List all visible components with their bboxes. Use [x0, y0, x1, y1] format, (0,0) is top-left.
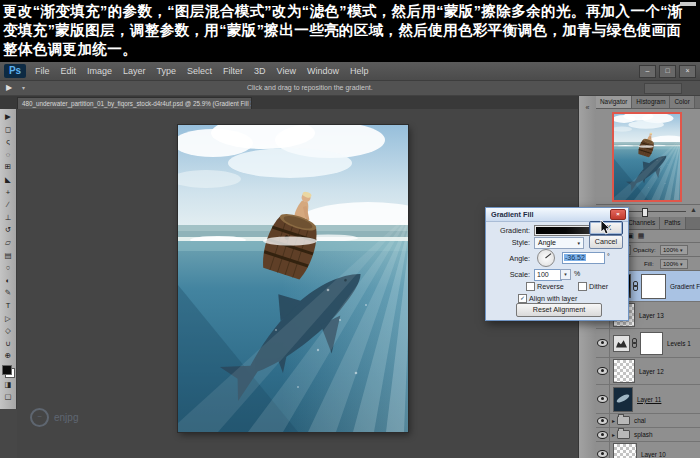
group-row-chal[interactable]: ▸ chal: [596, 414, 700, 428]
cancel-button[interactable]: Cancel: [589, 235, 623, 249]
visibility-toggle[interactable]: [596, 428, 610, 441]
menu-items: FileEditImageLayerTypeSelectFilter3DView…: [35, 66, 380, 76]
menu-view[interactable]: View: [277, 66, 296, 76]
layer-row-layer-11[interactable]: Layer 11: [596, 385, 700, 414]
group-row-splash[interactable]: ▸ splash: [596, 428, 700, 442]
dither-label[interactable]: Dither: [589, 282, 608, 291]
opacity-value[interactable]: 100% ▾: [660, 245, 688, 255]
brush-tool-icon[interactable]: ∕: [0, 199, 17, 212]
layer-name[interactable]: Layer 11: [637, 396, 661, 403]
layer-row-layer-12[interactable]: Layer 12: [596, 358, 700, 385]
visibility-toggle[interactable]: [596, 414, 610, 427]
workspace-dropdown[interactable]: [644, 83, 682, 94]
menu-file[interactable]: File: [35, 66, 50, 76]
tutorial-text: 更改“渐变填充”的参数，“图层混合模式”改为“滤色”模式，然后用“蒙版”擦除多余…: [0, 0, 700, 59]
zoom-slider-handle[interactable]: [642, 208, 648, 217]
layer-mask-thumbnail[interactable]: [640, 332, 663, 355]
type-tool-icon[interactable]: T: [0, 300, 17, 313]
layer-mask-thumbnail[interactable]: [641, 274, 666, 299]
foreground-color-swatch[interactable]: [2, 365, 12, 375]
close-button[interactable]: ×: [679, 65, 696, 78]
crop-tool-icon[interactable]: ⊞: [0, 161, 17, 174]
gradient-preview[interactable]: [534, 225, 592, 236]
clone-stamp-tool-icon[interactable]: ⊥: [0, 212, 17, 225]
menu-edit[interactable]: Edit: [61, 66, 77, 76]
zoom-in-icon[interactable]: ▲: [690, 206, 697, 213]
menu-select[interactable]: Select: [187, 66, 212, 76]
history-brush-tool-icon[interactable]: ↺: [0, 224, 17, 237]
visibility-toggle[interactable]: [596, 358, 610, 384]
shape-tool-icon[interactable]: ◇: [0, 325, 17, 338]
levels-adjustment-icon[interactable]: [613, 335, 630, 352]
tab-color[interactable]: Color: [670, 96, 694, 108]
layer-name[interactable]: Gradient Fill 1: [670, 283, 700, 290]
layer-name[interactable]: Levels 1: [667, 340, 691, 347]
group-name[interactable]: chal: [634, 417, 646, 424]
hand-tool-icon[interactable]: ∪: [0, 338, 17, 351]
layer-thumbnail[interactable]: [613, 443, 637, 458]
layer-filter-icon-4[interactable]: ▦: [638, 232, 645, 240]
quick-mask-button-icon[interactable]: ◨: [0, 379, 17, 392]
angle-input[interactable]: -36.52: [562, 252, 605, 264]
dither-checkbox[interactable]: [578, 282, 587, 291]
group-name[interactable]: splash: [634, 431, 652, 438]
screen-mode-button-icon[interactable]: ▢: [0, 391, 17, 404]
minimize-button[interactable]: –: [639, 65, 656, 78]
path-selection-tool-icon[interactable]: ▷: [0, 313, 17, 326]
tab-paths[interactable]: Paths: [660, 217, 685, 229]
align-checkbox[interactable]: ✓: [518, 294, 527, 303]
layer-thumbnail[interactable]: [613, 359, 635, 383]
document-canvas[interactable]: [178, 125, 408, 432]
zoom-tool-icon[interactable]: ⊕: [0, 350, 17, 363]
menu-3d[interactable]: 3D: [254, 66, 266, 76]
marquee-tool-icon[interactable]: ◻: [0, 124, 17, 137]
reverse-checkbox[interactable]: [526, 282, 535, 291]
reverse-label[interactable]: Reverse: [537, 282, 564, 291]
menu-image[interactable]: Image: [87, 66, 112, 76]
reset-alignment-button[interactable]: Reset Alignment: [516, 303, 602, 317]
scale-dropdown-arrow[interactable]: ▾: [560, 269, 571, 280]
visibility-toggle[interactable]: [596, 385, 610, 413]
lasso-tool-icon[interactable]: ς: [0, 136, 17, 149]
menu-help[interactable]: Help: [350, 66, 369, 76]
tab-navigator[interactable]: Navigator: [596, 96, 632, 108]
angle-dial[interactable]: [537, 249, 555, 267]
tab-channels[interactable]: Channels: [624, 217, 660, 229]
healing-brush-tool-icon[interactable]: +: [0, 187, 17, 200]
layer-thumbnail[interactable]: [613, 387, 633, 412]
layer-name[interactable]: Layer 13: [639, 312, 664, 319]
chevron-down-icon[interactable]: ▾: [22, 84, 25, 91]
restore-button[interactable]: □: [659, 65, 676, 78]
layer-row-layer-10[interactable]: Layer 10: [596, 442, 700, 458]
dialog-close-icon[interactable]: ×: [610, 209, 626, 220]
align-label[interactable]: Align with layer: [529, 294, 577, 303]
menu-filter[interactable]: Filter: [223, 66, 243, 76]
blur-tool-icon[interactable]: ○: [0, 262, 17, 275]
layer-name[interactable]: Layer 12: [639, 368, 664, 375]
eraser-tool-icon[interactable]: ▱: [0, 237, 17, 250]
foreground-background-swatches[interactable]: [2, 365, 15, 378]
scale-input[interactable]: 100: [534, 269, 562, 281]
layer-name[interactable]: Layer 10: [641, 451, 666, 458]
expander-icon[interactable]: ▸: [612, 417, 615, 424]
fill-value[interactable]: 100% ▾: [660, 259, 688, 269]
dodge-tool-icon[interactable]: ◐: [0, 275, 17, 288]
move-tool-icon[interactable]: ▶: [0, 111, 17, 124]
pen-tool-icon[interactable]: ✎: [0, 287, 17, 300]
menu-type[interactable]: Type: [157, 66, 177, 76]
layer-row-levels-1[interactable]: Levels 1: [596, 329, 700, 358]
tab-histogram[interactable]: Histogram: [632, 96, 670, 108]
menu-layer[interactable]: Layer: [123, 66, 146, 76]
menu-bar: Ps FileEditImageLayerTypeSelectFilter3DV…: [0, 62, 700, 81]
page-scrollbar[interactable]: [680, 2, 696, 6]
collapse-panels-icon[interactable]: «: [586, 104, 590, 111]
quick-selection-tool-icon[interactable]: ◌: [0, 149, 17, 162]
expander-icon[interactable]: ▸: [612, 431, 615, 438]
menu-window[interactable]: Window: [307, 66, 339, 76]
style-dropdown[interactable]: Angle▾: [534, 237, 584, 249]
visibility-toggle[interactable]: [596, 442, 610, 458]
eyedropper-tool-icon[interactable]: ◣: [0, 174, 17, 187]
gradient-tool-icon[interactable]: ▤: [0, 250, 17, 263]
visibility-toggle[interactable]: [596, 329, 610, 357]
navigator-proxy-view[interactable]: [612, 112, 682, 202]
